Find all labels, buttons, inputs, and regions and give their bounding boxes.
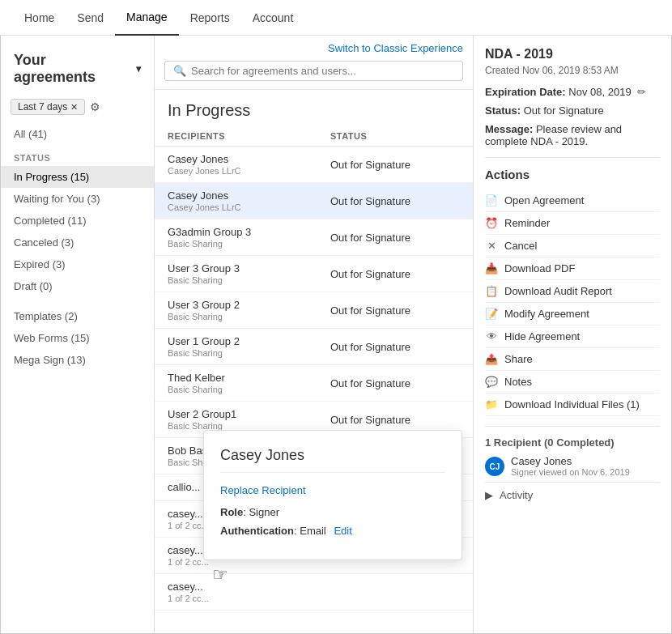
nav-account[interactable]: Account	[241, 0, 305, 36]
actions-title: Actions	[485, 168, 660, 181]
filter-bar: Last 7 days ✕ ⚙	[1, 96, 154, 123]
recipient-avatar: CJ	[485, 457, 504, 476]
search-bar: 🔍	[155, 57, 473, 90]
action-reminder[interactable]: ⏰ Reminder	[485, 212, 660, 235]
action-notes[interactable]: 💬 Notes	[485, 371, 660, 394]
table-header: RECIPIENTS STATUS	[155, 126, 473, 147]
right-panel: NDA - 2019 Created Nov 06, 2019 8:53 AM …	[473, 36, 671, 633]
sidebar-item-completed[interactable]: Completed (11)	[1, 210, 154, 232]
table-row-selected[interactable]: Casey JonesCasey Jones LLrC Out for Sign…	[155, 183, 473, 219]
table-row[interactable]: casey...1 of 2 cc...	[155, 574, 473, 611]
filter-chip-last7days[interactable]: Last 7 days ✕	[11, 99, 85, 115]
cancel-icon: ✕	[485, 240, 498, 252]
recipient-sub: Signer viewed on Nov 6, 2019	[511, 467, 630, 477]
recipient-popup: Casey Jones Replace Recipient Role: Sign…	[203, 430, 462, 560]
table-row[interactable]: Thed KelberBasic Sharing Out for Signatu…	[155, 365, 473, 402]
sidebar-item-canceled[interactable]: Canceled (3)	[1, 232, 154, 253]
download-files-icon: 📁	[485, 398, 498, 411]
panel-divider	[485, 157, 660, 158]
search-input-wrap[interactable]: 🔍	[164, 61, 463, 81]
action-hide[interactable]: 👁 Hide Agreement	[485, 326, 660, 348]
open-agreement-icon: 📄	[485, 194, 498, 206]
panel-status: Status: Out for Signature	[485, 104, 660, 117]
action-cancel[interactable]: ✕ Cancel	[485, 235, 660, 257]
hide-icon: 👁	[485, 330, 498, 343]
cursor-hand-icon: ☞	[212, 564, 228, 585]
popup-title: Casey Jones	[220, 447, 445, 473]
panel-doc-title: NDA - 2019	[485, 47, 660, 62]
nav-home[interactable]: Home	[13, 0, 66, 36]
action-open-agreement[interactable]: 📄 Open Agreement	[485, 189, 660, 212]
sidebar-status-label: STATUS	[1, 145, 154, 166]
panel-message: Message: Please review and complete NDA …	[485, 123, 660, 147]
col-status: STATUS	[330, 131, 460, 141]
sidebar-item-all[interactable]: All (41)	[1, 123, 154, 145]
action-modify[interactable]: 📝 Modify Agreement	[485, 303, 660, 326]
table-row[interactable]: User 1 Group 2Basic Sharing Out for Sign…	[155, 329, 473, 365]
notes-icon: 💬	[485, 376, 498, 388]
content-header: Switch to Classic Experience	[155, 36, 473, 57]
replace-recipient-link[interactable]: Replace Recipient	[220, 484, 445, 496]
search-icon: 🔍	[173, 65, 186, 77]
recipients-count: 1 Recipient (0 Completed)	[485, 436, 660, 449]
action-download-audit[interactable]: 📋 Download Audit Report	[485, 280, 660, 303]
edit-expiration-icon[interactable]: ✏	[637, 86, 646, 98]
action-share[interactable]: 📤 Share	[485, 348, 660, 371]
nav-send[interactable]: Send	[66, 0, 115, 36]
table-row[interactable]: User 3 Group 2Basic Sharing Out for Sign…	[155, 292, 473, 329]
reminder-icon: ⏰	[485, 217, 498, 229]
top-navigation: Home Send Manage Reports Account	[0, 0, 672, 36]
section-title: In Progress	[155, 90, 473, 126]
content-area: Switch to Classic Experience 🔍 In Progre…	[155, 36, 473, 633]
remove-filter-icon[interactable]: ✕	[70, 102, 78, 113]
table-row[interactable]: Casey JonesCasey Jones LLrC Out for Sign…	[155, 147, 473, 183]
modify-icon: 📝	[485, 308, 498, 320]
chevron-right-icon: ▶	[485, 489, 493, 501]
share-icon: 📤	[485, 353, 498, 365]
panel-created: Created Nov 06, 2019 8:53 AM	[485, 65, 660, 76]
recipient-row: CJ Casey Jones Signer viewed on Nov 6, 2…	[485, 455, 660, 477]
switch-classic-link[interactable]: Switch to Classic Experience	[328, 42, 463, 54]
nav-reports[interactable]: Reports	[179, 0, 241, 36]
recipients-divider	[485, 426, 660, 427]
download-audit-icon: 📋	[485, 285, 498, 297]
search-input[interactable]	[191, 65, 454, 77]
action-download-files[interactable]: 📁 Download Individual Files (1)	[485, 394, 660, 416]
app-container: Your agreements ▾ Last 7 days ✕ ⚙ All (4…	[0, 36, 672, 634]
sidebar: Your agreements ▾ Last 7 days ✕ ⚙ All (4…	[1, 36, 155, 633]
edit-auth-link[interactable]: Edit	[334, 525, 351, 537]
popup-auth-field: Authentication: Email Edit	[220, 525, 445, 537]
download-pdf-icon: 📥	[485, 262, 498, 274]
chevron-down-icon: ▾	[136, 63, 141, 74]
sidebar-item-templates[interactable]: Templates (2)	[1, 305, 154, 327]
sidebar-item-waitingforyou[interactable]: Waiting for You (3)	[1, 188, 154, 210]
recipient-name: Casey Jones	[511, 455, 630, 467]
table-row[interactable]: User 3 Group 3Basic Sharing Out for Sign…	[155, 256, 473, 292]
sidebar-item-megasign[interactable]: Mega Sign (13)	[1, 349, 154, 371]
panel-expiration: Expiration Date: Nov 08, 2019 ✏	[485, 86, 660, 98]
nav-manage[interactable]: Manage	[115, 0, 179, 36]
action-download-pdf[interactable]: 📥 Download PDF	[485, 257, 660, 280]
sidebar-title[interactable]: Your agreements ▾	[1, 45, 154, 96]
popup-role-field: Role: Signer	[220, 506, 445, 518]
sidebar-item-expired[interactable]: Expired (3)	[1, 253, 154, 275]
sidebar-item-draft[interactable]: Draft (0)	[1, 275, 154, 297]
recipients-section: 1 Recipient (0 Completed) CJ Casey Jones…	[485, 436, 660, 477]
table-row[interactable]: G3admin Group 3Basic Sharing Out for Sig…	[155, 219, 473, 256]
sidebar-item-webforms[interactable]: Web Forms (15)	[1, 327, 154, 349]
sidebar-item-inprogress[interactable]: In Progress (15)	[1, 166, 154, 188]
filter-icon[interactable]: ⚙	[90, 100, 100, 113]
activity-section[interactable]: ▶ Activity	[485, 482, 660, 508]
col-recipients: RECIPIENTS	[168, 131, 330, 141]
